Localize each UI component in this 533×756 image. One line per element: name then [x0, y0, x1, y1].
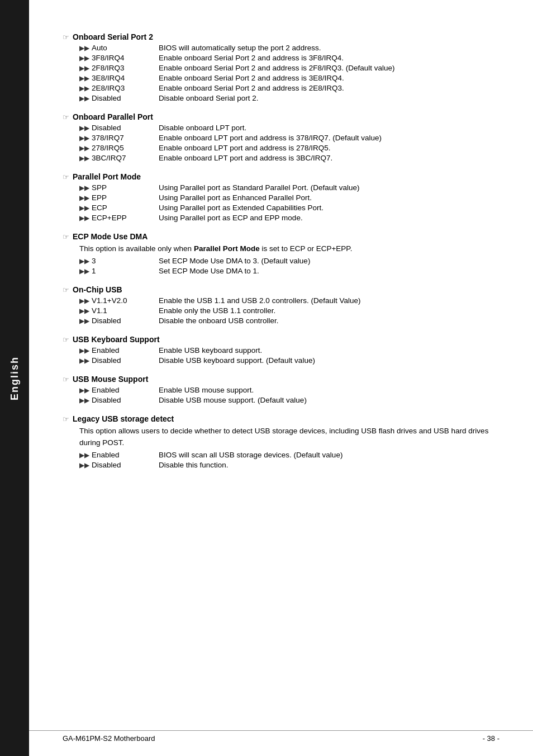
- item-description: Set ECP Mode Use DMA to 1.: [159, 267, 259, 275]
- list-item: ▶▶SPPUsing Parallel port as Standard Par…: [63, 183, 499, 192]
- bullet-icon: ▶▶: [79, 44, 89, 52]
- section-body-legacy-usb-storage-detect: This option allows users to decide wheth…: [63, 426, 499, 448]
- section-title-on-chip-usb: On-Chip USB: [73, 285, 122, 294]
- bullet-icon: ▶▶: [79, 451, 89, 459]
- bullet-icon: ▶▶: [79, 386, 89, 394]
- bullet-icon: ▶▶: [79, 257, 89, 265]
- bullet-icon: ▶▶: [79, 54, 89, 62]
- list-item: ▶▶DisabledDisable USB keyboard support. …: [63, 356, 499, 365]
- section-arrow-icon: ☞: [63, 173, 69, 181]
- list-item: ▶▶EnabledEnable USB mouse support.: [63, 386, 499, 394]
- bullet-icon: ▶▶: [79, 297, 89, 305]
- bullet-icon: ▶▶: [79, 144, 89, 152]
- item-key: 378/IRQ7: [92, 134, 159, 142]
- section-arrow-icon: ☞: [63, 336, 69, 344]
- item-description: Disable onboard LPT port.: [159, 124, 246, 132]
- item-key: 278/IRQ5: [92, 144, 159, 152]
- bullet-icon: ▶▶: [79, 184, 89, 192]
- item-key: 2F8/IRQ3: [92, 64, 159, 72]
- list-item: ▶▶3E8/IRQ4Enable onboard Serial Port 2 a…: [63, 74, 499, 82]
- bullet-icon: ▶▶: [79, 204, 89, 212]
- item-description: Using Parallel port as Standard Parallel…: [159, 183, 359, 192]
- item-key: Disabled: [92, 124, 159, 132]
- sidebar: English: [0, 0, 29, 756]
- list-item: ▶▶DisabledDisable onboard Serial port 2.: [63, 94, 499, 102]
- item-key: 1: [92, 267, 159, 275]
- list-item: ▶▶DisabledDisable onboard LPT port.: [63, 124, 499, 132]
- section-arrow-icon: ☞: [63, 286, 69, 294]
- section-title-usb-mouse-support: USB Mouse Support: [73, 375, 148, 384]
- item-key: ECP: [92, 204, 159, 212]
- item-description: Enable onboard LPT port and address is 3…: [159, 134, 382, 142]
- section-arrow-icon: ☞: [63, 415, 69, 423]
- section-body-ecp-mode-use-dma: This option is available only when Paral…: [63, 243, 499, 254]
- item-key: V1.1+V2.0: [92, 296, 159, 305]
- item-key: 2E8/IRQ3: [92, 84, 159, 92]
- item-description: Set ECP Mode Use DMA to 3. (Default valu…: [159, 257, 310, 265]
- item-key: 3E8/IRQ4: [92, 74, 159, 82]
- item-key: ECP+EPP: [92, 214, 159, 222]
- section-heading-onboard-serial-port-2: ☞Onboard Serial Port 2: [63, 32, 499, 41]
- section-title-legacy-usb-storage-detect: Legacy USB storage detect: [73, 414, 174, 423]
- item-description: Enable USB keyboard support.: [159, 346, 262, 355]
- list-item: ▶▶2E8/IRQ3Enable onboard Serial Port 2 a…: [63, 84, 499, 92]
- item-key: Disabled: [92, 94, 159, 102]
- item-key: EPP: [92, 193, 159, 202]
- item-key: Disabled: [92, 396, 159, 404]
- item-key: Enabled: [92, 386, 159, 394]
- section-arrow-icon: ☞: [63, 33, 69, 41]
- footer-right: - 38 -: [483, 734, 499, 743]
- item-description: Enable onboard Serial Port 2 and address…: [159, 84, 344, 92]
- bullet-icon: ▶▶: [79, 357, 89, 365]
- list-item: ▶▶EnabledBIOS will scan all USB storage …: [63, 451, 499, 459]
- item-description: Enable the USB 1.1 and USB 2.0 controlle…: [159, 296, 360, 305]
- bullet-icon: ▶▶: [79, 347, 89, 355]
- section-title-parallel-port-mode: Parallel Port Mode: [73, 172, 141, 181]
- item-key: Disabled: [92, 461, 159, 469]
- bullet-icon: ▶▶: [79, 74, 89, 82]
- item-key: Disabled: [92, 316, 159, 325]
- item-description: Disable the onboard USB controller.: [159, 316, 279, 325]
- bullet-icon: ▶▶: [79, 317, 89, 325]
- section-heading-usb-keyboard-support: ☞USB Keyboard Support: [63, 335, 499, 344]
- item-description: Enable onboard LPT port and address is 3…: [159, 154, 332, 162]
- section-heading-usb-mouse-support: ☞USB Mouse Support: [63, 375, 499, 384]
- item-description: Disable onboard Serial port 2.: [159, 94, 259, 102]
- bullet-icon: ▶▶: [79, 154, 89, 162]
- item-description: Using Parallel port as Extended Capabili…: [159, 204, 323, 212]
- section-arrow-icon: ☞: [63, 233, 69, 241]
- bullet-icon: ▶▶: [79, 307, 89, 315]
- item-description: Enable onboard Serial Port 2 and address…: [159, 54, 344, 62]
- bullet-icon: ▶▶: [79, 214, 89, 222]
- list-item: ▶▶V1.1Enable only the USB 1.1 controller…: [63, 306, 499, 315]
- bullet-icon: ▶▶: [79, 194, 89, 202]
- item-key: Enabled: [92, 346, 159, 355]
- list-item: ▶▶ECPUsing Parallel port as Extended Cap…: [63, 204, 499, 212]
- item-description: Enable USB mouse support.: [159, 386, 254, 394]
- item-description: Disable USB mouse support. (Default valu…: [159, 396, 307, 404]
- list-item: ▶▶1Set ECP Mode Use DMA to 1.: [63, 267, 499, 275]
- item-description: BIOS will scan all USB storage devices. …: [159, 451, 342, 459]
- list-item: ▶▶3F8/IRQ4Enable onboard Serial Port 2 a…: [63, 54, 499, 62]
- item-description: Disable USB keyboard support. (Default v…: [159, 356, 315, 365]
- footer-left: GA-M61PM-S2 Motherboard: [63, 734, 155, 743]
- list-item: ▶▶EnabledEnable USB keyboard support.: [63, 346, 499, 355]
- item-key: V1.1: [92, 306, 159, 315]
- list-item: ▶▶EPPUsing Parallel port as Enhanced Par…: [63, 193, 499, 202]
- section-arrow-icon: ☞: [63, 113, 69, 121]
- list-item: ▶▶3Set ECP Mode Use DMA to 3. (Default v…: [63, 257, 499, 265]
- sidebar-label: English: [9, 356, 21, 400]
- section-title-onboard-serial-port-2: Onboard Serial Port 2: [73, 32, 153, 41]
- section-heading-legacy-usb-storage-detect: ☞Legacy USB storage detect: [63, 414, 499, 423]
- list-item: ▶▶AutoBIOS will automatically setup the …: [63, 44, 499, 52]
- item-description: Using Parallel port as ECP and EPP mode.: [159, 214, 303, 222]
- item-description: Enable only the USB 1.1 controller.: [159, 306, 275, 315]
- list-item: ▶▶DisabledDisable this function.: [63, 461, 499, 469]
- section-heading-onboard-parallel-port: ☞Onboard Parallel Port: [63, 112, 499, 121]
- list-item: ▶▶2F8/IRQ3Enable onboard Serial Port 2 a…: [63, 64, 499, 72]
- item-description: Enable onboard Serial Port 2 and address…: [159, 64, 394, 72]
- section-title-ecp-mode-use-dma: ECP Mode Use DMA: [73, 232, 147, 241]
- bullet-icon: ▶▶: [79, 396, 89, 404]
- list-item: ▶▶V1.1+V2.0Enable the USB 1.1 and USB 2.…: [63, 296, 499, 305]
- item-description: Enable onboard LPT port and address is 2…: [159, 144, 330, 152]
